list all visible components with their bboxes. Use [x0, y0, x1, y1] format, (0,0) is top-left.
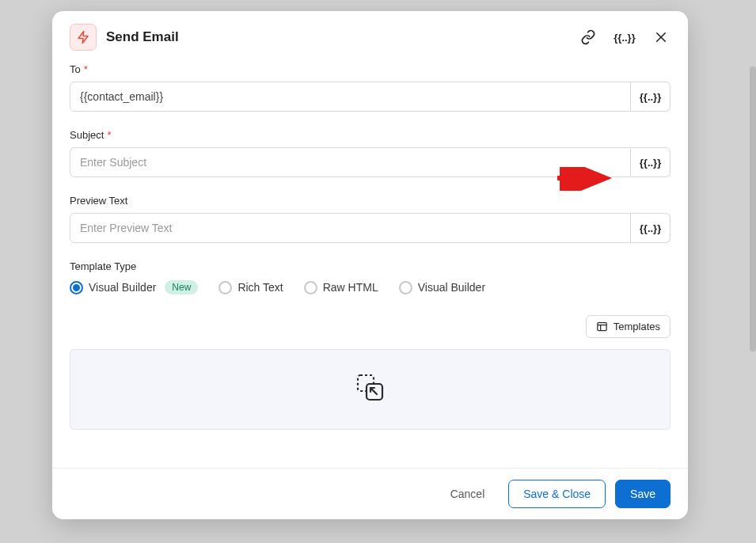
modal-header: Send Email {{..}} [52, 11, 688, 59]
merge-tags-button-to[interactable]: {{..}} [631, 82, 671, 112]
radio-visual-builder[interactable]: Visual Builder [399, 281, 485, 294]
merge-tags-button-preview[interactable]: {{..}} [631, 213, 671, 243]
label-to: To * [70, 63, 671, 75]
label-preview: Preview Text [70, 195, 671, 207]
required-asterisk: * [107, 129, 111, 141]
radio-raw-html[interactable]: Raw HTML [304, 281, 378, 294]
merge-tags-icon[interactable]: {{..}} [615, 28, 634, 47]
radio-rich-text[interactable]: Rich Text [218, 281, 283, 294]
radio-icon [70, 281, 83, 294]
modal-body: To * {{..}} Subject * {{..}} [52, 59, 688, 430]
radio-icon [304, 281, 317, 294]
required-asterisk: * [84, 63, 88, 75]
drop-zone-icon [355, 372, 386, 407]
template-type-options: Visual Builder New Rich Text Raw HTML Vi… [70, 280, 671, 294]
merge-tags-button-subject[interactable]: {{..}} [631, 147, 671, 177]
field-template-type: Template Type Visual Builder New Rich Te… [70, 260, 671, 294]
radio-label: Raw HTML [323, 281, 378, 294]
templates-row: Templates [70, 315, 671, 338]
field-to: To * {{..}} [70, 63, 671, 112]
label-to-text: To [70, 63, 81, 75]
lightning-icon [70, 24, 97, 51]
label-subject: Subject * [70, 129, 671, 141]
editor-canvas[interactable] [70, 349, 671, 430]
radio-label: Visual Builder [418, 281, 485, 294]
cancel-button[interactable]: Cancel [436, 480, 500, 507]
svg-rect-2 [598, 323, 606, 331]
radio-label: Visual Builder [89, 281, 156, 294]
header-actions: {{..}} [579, 28, 671, 47]
modal-title: Send Email [106, 29, 569, 45]
scrollbar[interactable] [750, 66, 756, 351]
templates-button-label: Templates [614, 321, 660, 332]
modal-footer: Cancel Save & Close Save [52, 468, 688, 519]
save-close-button[interactable]: Save & Close [508, 480, 606, 508]
label-preview-text: Preview Text [70, 195, 127, 207]
preview-input[interactable] [70, 213, 631, 243]
templates-button[interactable]: Templates [586, 315, 671, 338]
save-button[interactable]: Save [615, 480, 671, 508]
radio-icon [218, 281, 232, 294]
new-badge: New [165, 280, 198, 294]
close-icon[interactable] [652, 28, 671, 47]
field-subject: Subject * {{..}} [70, 129, 671, 177]
to-input[interactable] [70, 82, 631, 112]
radio-label: Rich Text [237, 281, 283, 294]
send-email-modal: Send Email {{..}} To * {{..}} [52, 11, 688, 519]
radio-visual-builder-new[interactable]: Visual Builder New [70, 280, 198, 294]
field-preview: Preview Text {{..}} [70, 195, 671, 243]
modal-scroll-area: To * {{..}} Subject * {{..}} [52, 59, 688, 468]
label-subject-text: Subject [70, 129, 104, 141]
radio-icon [399, 281, 412, 294]
label-template-type: Template Type [70, 260, 671, 272]
link-icon[interactable] [579, 28, 598, 47]
subject-input[interactable] [70, 147, 631, 177]
